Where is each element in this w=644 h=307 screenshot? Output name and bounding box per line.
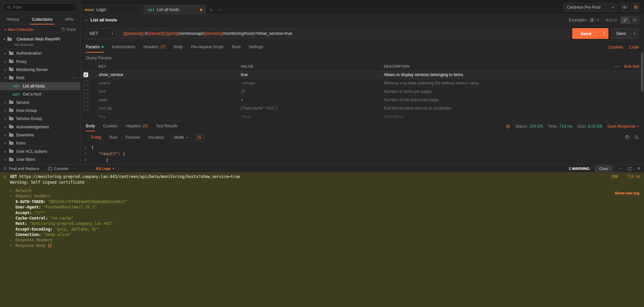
open-new-tab-button[interactable]: + <box>207 5 215 14</box>
tab-body[interactable]: Body <box>173 42 182 53</box>
show-raw-log-link[interactable]: Show raw log <box>614 191 639 195</box>
tab-collections[interactable]: Collections <box>30 15 54 24</box>
console-section-response-headers[interactable]: ▸Response Headers <box>0 237 644 243</box>
param-value-placeholder[interactable]: Value <box>241 114 251 119</box>
examples-dropdown[interactable]: Examples 3 ▾ <box>569 18 599 22</box>
open-response-body-button[interactable] <box>48 244 52 247</box>
folder-downtime[interactable]: ▸Downtime <box>0 131 80 139</box>
cookies-link[interactable]: Cookies <box>608 45 623 50</box>
tab-login[interactable]: POST Login <box>81 5 143 14</box>
tab-response-body[interactable]: Body <box>86 121 95 131</box>
view-tab-preview[interactable]: Preview <box>122 134 143 141</box>
tab-test-results[interactable]: Test Results <box>156 121 178 131</box>
param-value[interactable]: <string> <box>241 81 255 85</box>
tab-headers[interactable]: Headers(7) <box>143 42 165 53</box>
param-description[interactable]: Number of items per pages <box>384 89 432 94</box>
folder-service[interactable]: ▸Service <box>0 98 80 106</box>
folder-host-group[interactable]: ▸Host Group <box>0 107 80 115</box>
param-value[interactable]: {"host.name":"ASC"} <box>241 106 277 111</box>
param-description[interactable]: Retrieve only data matching the defined … <box>384 81 484 85</box>
code-link[interactable]: Code <box>629 45 639 50</box>
param-value[interactable]: 20 <box>241 89 245 94</box>
wrap-lines-button[interactable] <box>195 133 204 141</box>
clear-console-button[interactable]: Clear <box>595 166 612 172</box>
param-checkbox-checked[interactable]: ✓ <box>84 72 88 77</box>
language-selector[interactable]: JSON ▾ <box>170 133 191 141</box>
new-collection-button[interactable]: + New Collection <box>4 27 33 32</box>
scrollbar[interactable] <box>641 52 643 92</box>
folder-acknowledgement[interactable]: ▸Acknowledgement <box>0 123 80 131</box>
tab-pre-request-script[interactable]: Pre-request Script <box>191 42 223 53</box>
response-body-viewer[interactable]: 1{ 2"result": [ 3{ 4"id": 174, <box>80 143 644 164</box>
tab-apis[interactable]: APIs <box>63 15 76 24</box>
environment-quick-look-button[interactable] <box>620 3 629 12</box>
tab-list-all-hosts[interactable]: GET List all hosts <box>144 5 206 14</box>
param-value[interactable]: 4 <box>241 98 243 102</box>
param-checkbox[interactable] <box>84 89 88 94</box>
save-button[interactable]: Save <box>611 28 631 39</box>
folder-host[interactable]: ▾Host⋯ <box>0 74 80 82</box>
console-tab-button[interactable]: Console <box>48 167 68 171</box>
bulk-edit-link[interactable]: Bulk Edit <box>624 64 639 68</box>
environment-selector[interactable]: Centreon Pre Prod ▾ <box>564 3 617 12</box>
save-options-button[interactable]: ▾ <box>631 28 639 39</box>
tab-authorization[interactable]: Authorization <box>112 42 135 53</box>
tab-params[interactable]: Params <box>86 42 104 53</box>
param-key[interactable]: sort_by <box>99 106 112 111</box>
send-button[interactable]: Send <box>572 28 600 39</box>
param-key[interactable]: show_service <box>99 72 123 77</box>
param-key[interactable]: page <box>99 98 108 102</box>
save-response-button[interactable]: Save Response▾ <box>607 124 639 129</box>
open-console-window-button[interactable] <box>628 167 632 171</box>
param-checkbox[interactable] <box>84 81 88 85</box>
folder-monitoring-server[interactable]: ▸Monitoring Server <box>0 66 80 74</box>
params-options-button[interactable]: ⋯ <box>615 64 620 69</box>
log-filter-dropdown[interactable]: All Logs ▾ <box>96 167 114 171</box>
method-selector[interactable]: GET ▾ <box>86 28 117 39</box>
param-description[interactable]: Allows to display services belonging to … <box>384 72 463 77</box>
filter-input[interactable] <box>13 5 73 10</box>
search-response-icon[interactable] <box>634 135 639 139</box>
tab-history[interactable]: History <box>4 15 21 24</box>
copy-icon[interactable] <box>625 135 630 139</box>
console-log[interactable]: ⚠ GET https://monitoring-preprod.company… <box>0 172 644 307</box>
console-request-line[interactable]: ⚠ GET https://monitoring-preprod.company… <box>0 174 644 179</box>
param-checkbox[interactable] <box>84 98 88 102</box>
param-key[interactable]: limit <box>99 89 106 94</box>
param-description[interactable]: Sort the resulted data by its properties <box>384 106 452 111</box>
view-tab-raw[interactable]: Raw <box>106 134 120 141</box>
param-checkbox[interactable] <box>84 106 88 111</box>
collapse-arrow-icon[interactable]: ▾ <box>3 38 5 41</box>
collection-header[interactable]: ▾ Centreon Web RestAPI 60 requests <box>0 34 80 49</box>
folder-service-group[interactable]: ▸Service Group <box>0 115 80 123</box>
folder-proxy[interactable]: ▸Proxy <box>0 57 80 65</box>
console-options-button[interactable]: ⋯ <box>618 166 622 171</box>
request-list-all-hosts[interactable]: GETList all hosts <box>0 82 80 90</box>
send-options-button[interactable]: ▾ <box>600 28 608 39</box>
param-key-placeholder[interactable]: Key <box>99 114 106 119</box>
edit-request-button[interactable] <box>621 16 630 24</box>
folder-authentication[interactable]: ▸Authentication <box>0 49 80 57</box>
param-description[interactable]: Number of the requested page <box>384 98 438 102</box>
environment-settings-button[interactable] <box>631 3 640 12</box>
network-globe-icon[interactable] <box>506 124 511 129</box>
param-key[interactable]: search <box>99 81 111 85</box>
filter-input-wrapper[interactable] <box>3 3 77 11</box>
find-and-replace-button[interactable]: Find and Replace <box>3 167 39 171</box>
console-section-response-body[interactable]: ▸ Response Body <box>0 243 644 248</box>
comments-button[interactable] <box>630 16 639 24</box>
console-section-network[interactable]: ▸Network <box>0 188 644 193</box>
tab-tests[interactable]: Tests <box>231 42 240 53</box>
console-section-request-headers[interactable]: ▾Request Headers <box>0 193 644 199</box>
trash-button[interactable]: Trash <box>61 27 76 32</box>
folder-user-filters[interactable]: ▸User filters <box>0 156 80 164</box>
url-input[interactable]: {{protocol}}://{{server}}:{{port}}/centr… <box>119 28 570 39</box>
param-value[interactable]: true <box>241 72 248 77</box>
folder-icons[interactable]: ▸Icons <box>0 139 80 147</box>
tab-options-button[interactable]: ⋯ <box>215 5 224 14</box>
request-get-a-host[interactable]: GETGet a host <box>0 90 80 98</box>
view-tab-pretty[interactable]: Pretty <box>88 134 104 141</box>
tab-response-cookies[interactable]: Cookies <box>103 121 117 131</box>
folder-user-acl-actions[interactable]: ▸User ACL actions <box>0 147 80 156</box>
tab-settings[interactable]: Settings <box>249 42 263 53</box>
